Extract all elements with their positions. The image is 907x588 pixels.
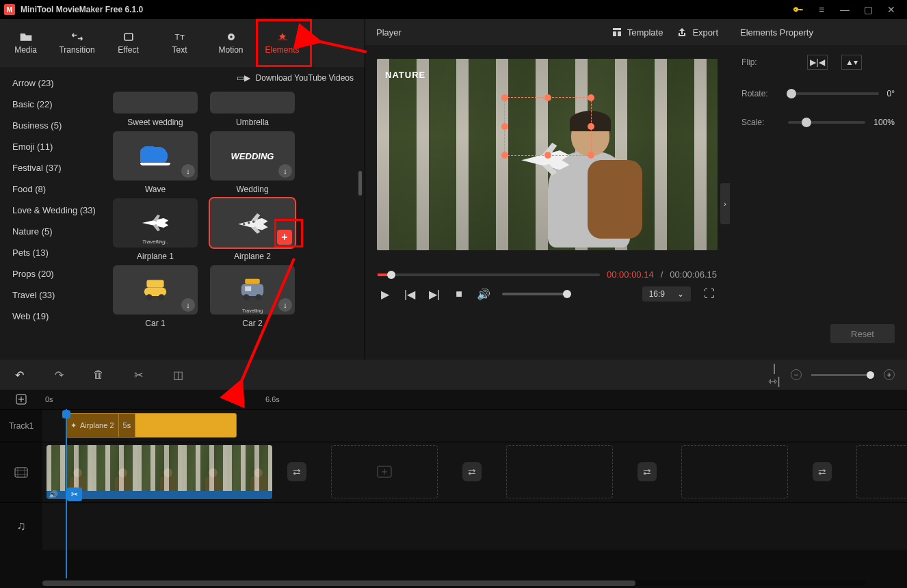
aspect-ratio-select[interactable]: 16:9 ⌄ [642,286,691,302]
flip-vertical-button[interactable]: ▲▾ [841,55,862,70]
scale-value: 100% [873,118,895,127]
selection-box[interactable] [504,97,592,156]
element-thumb[interactable] [210,92,295,113]
download-youtube-link[interactable]: Download YouTube Videos [256,73,354,83]
window-maximize[interactable]: ▢ [856,0,880,19]
download-icon[interactable]: ↓ [181,164,195,178]
fullscreen-button[interactable]: ⛶ [703,288,715,300]
empty-video-slot[interactable] [856,445,907,498]
category-item[interactable]: Basic (22) [0,94,106,115]
volume-slider[interactable] [502,293,568,295]
category-list[interactable]: Arrow (23) Basic (22) Business (5) Emoji… [0,67,106,360]
delete-button[interactable]: 🗑 [92,369,105,381]
window-minimize[interactable]: — [833,0,856,19]
play-button[interactable]: ▶ [379,288,391,301]
category-item[interactable]: Festival (37) [0,157,106,178]
timeline-ruler[interactable]: 0s 6.6s [42,390,907,409]
reset-button[interactable]: Reset [830,324,895,343]
tab-effect[interactable]: Effect [103,19,154,67]
thumb-label: Wave [145,185,166,194]
rotate-value: 0° [887,89,895,98]
category-item[interactable]: Arrow (23) [0,72,106,94]
element-thumb[interactable] [113,92,198,113]
undo-button[interactable]: ↶ [12,369,26,382]
playhead[interactable] [66,409,67,578]
menu-icon[interactable]: ≡ [810,0,833,19]
svg-point-14 [244,294,250,300]
transition-slot-icon[interactable]: ⇄ [287,462,306,481]
wedding-text-icon: WEDDING [231,151,274,161]
empty-video-slot[interactable] [681,445,788,498]
tab-transition[interactable]: Transition [51,19,103,67]
download-icon[interactable]: ↓ [181,298,195,312]
flip-horizontal-button[interactable]: ▶|◀ [807,55,828,70]
rotate-label: Rotate: [741,89,780,98]
fit-button[interactable]: |⇿| [767,362,781,388]
category-item[interactable]: Business (5) [0,115,106,136]
element-thumb-airplane1[interactable]: Travelling.. [113,198,198,248]
element-thumb-wedding[interactable]: WEDDING ↓ [210,131,295,181]
zoom-slider[interactable] [811,374,874,376]
next-frame-button[interactable]: ▶| [428,288,441,301]
scrollbar[interactable] [358,171,362,196]
preview-canvas[interactable]: NATURE [377,59,718,250]
tab-elements[interactable]: Elements [257,19,308,67]
car-icon [140,278,170,302]
empty-video-slot[interactable] [506,445,613,498]
license-key-icon[interactable]: 🔑︎ [787,0,810,19]
element-thumb-car1[interactable]: ↓ [113,265,198,315]
element-thumb-car2[interactable]: ↓ Travelling [210,265,295,315]
template-button[interactable]: Template [612,27,663,38]
category-item[interactable]: Props (20) [0,263,106,284]
svg-text:Tᴛ: Tᴛ [174,32,184,41]
timeline-scrollbar[interactable] [0,578,907,588]
transition-slot-icon[interactable]: ⇄ [637,462,657,481]
audio-track-body[interactable] [42,503,907,550]
svg-rect-0 [124,34,133,40]
scale-slider[interactable] [788,121,865,124]
category-item[interactable]: Travel (33) [0,284,106,306]
element-clip[interactable]: ✦Airplane 2 5s [66,413,237,438]
volume-icon[interactable]: 🔊 [477,288,490,301]
window-close[interactable]: ✕ [880,0,903,19]
aspect-ratio-value: 16:9 [649,289,665,299]
rotate-slider[interactable] [788,92,879,95]
category-item[interactable]: Pets (13) [0,242,106,263]
effect-icon [122,31,135,42]
crop-button[interactable]: ◫ [171,369,185,382]
transition-icon [70,31,84,42]
download-icon[interactable]: ↓ [278,298,292,312]
category-item[interactable]: Emoji (11) [0,136,106,157]
add-element-button[interactable]: + [277,230,292,245]
transition-slot-icon[interactable]: ⇄ [462,462,482,481]
stop-button[interactable]: ■ [453,288,465,300]
elements-grid: Sweet wedding Umbrella ↓ [106,89,365,360]
category-item[interactable]: Love & Wedding (33) [0,200,106,221]
download-icon[interactable]: ↓ [278,164,292,178]
tab-text[interactable]: Tᴛ Text [154,19,205,67]
zoom-in-button[interactable]: + [884,369,895,380]
split-button[interactable]: ✂ [131,369,145,382]
export-label: Export [692,27,718,38]
cut-point-badge[interactable]: ✂ [67,487,82,501]
tab-media[interactable]: Media [0,19,51,67]
category-item[interactable]: Web (19) [0,306,106,327]
category-item[interactable]: Nature (5) [0,221,106,242]
zoom-out-button[interactable]: − [791,369,802,380]
clip-name: Airplane 2 [80,421,114,429]
export-button[interactable]: Export [676,27,718,38]
motion-icon [224,31,238,42]
panel-expand-handle[interactable]: › [720,183,730,224]
redo-button[interactable]: ↷ [52,369,66,382]
element-thumb-airplane2[interactable]: + [210,198,295,248]
properties-panel-title: Elements Property [729,19,907,45]
progress-bar[interactable] [378,273,600,276]
add-track-icon[interactable] [15,393,27,405]
tab-motion[interactable]: Motion [205,19,257,67]
prev-frame-button[interactable]: |◀ [404,288,416,301]
category-item[interactable]: Food (8) [0,178,106,200]
tab-motion-label: Motion [218,45,243,55]
element-thumb-wave[interactable]: ↓ [113,131,198,181]
transition-slot-icon[interactable]: ⇄ [813,462,832,481]
empty-video-slot[interactable] [331,445,438,498]
